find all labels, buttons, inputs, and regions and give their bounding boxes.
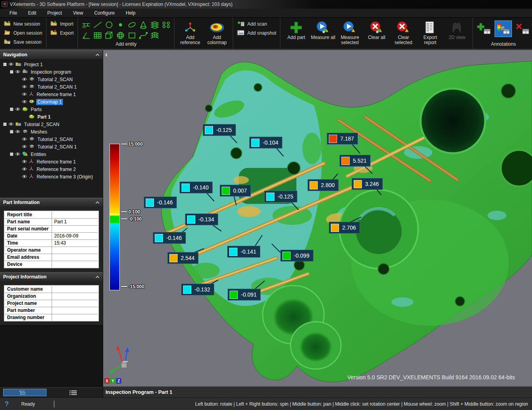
sidebar-collapse-icon[interactable]: ‹ <box>105 50 108 59</box>
new-session-button[interactable]: New session <box>2 19 44 28</box>
angle-entity-icon[interactable] <box>80 30 92 41</box>
visibility-eye-icon[interactable] <box>22 144 27 150</box>
tree-item-reference-frame-3-origin-[interactable]: Reference frame 3 (Origin) <box>0 173 103 180</box>
plane-stack-entity-icon[interactable] <box>149 19 160 30</box>
circle-pattern-entity-icon[interactable] <box>160 19 172 30</box>
visibility-eye-icon[interactable] <box>22 159 27 165</box>
menu-item-file[interactable]: File <box>4 9 22 17</box>
expander-icon[interactable]: − <box>10 152 13 156</box>
tree-item-tutorial-2-scan[interactable]: Tutorial 2_SCAN <box>0 135 103 143</box>
surface-entity-icon[interactable] <box>149 30 160 41</box>
expander-icon[interactable]: − <box>10 70 13 74</box>
field-value[interactable] <box>52 254 98 261</box>
tree-item-tutorial-2-scan[interactable]: −Tutorial 2_SCAN <box>0 121 103 128</box>
expander-icon[interactable]: − <box>3 122 7 126</box>
tree-item-inspection-program[interactable]: −Inspection program <box>0 68 103 76</box>
field-value[interactable] <box>52 225 98 232</box>
tree-item-reference-frame-2[interactable]: Reference frame 2 <box>0 165 103 173</box>
spline-entity-icon[interactable] <box>137 30 149 41</box>
measurement-annotation[interactable]: -0.132 <box>181 284 214 295</box>
visibility-eye-icon[interactable] <box>22 167 27 172</box>
axis-label-z[interactable]: Z <box>116 378 121 384</box>
measurement-annotation[interactable]: -0.134 <box>185 213 218 225</box>
grid-plane-entity-icon[interactable] <box>92 30 103 41</box>
export-report-button[interactable]: Export report <box>417 19 443 45</box>
visibility-eye-icon[interactable] <box>15 152 20 157</box>
field-value[interactable] <box>52 314 98 321</box>
visibility-eye-icon[interactable] <box>22 174 27 180</box>
tree-item-reference-frame-1[interactable]: Reference frame 1 <box>0 158 103 165</box>
measurement-annotation[interactable]: 2.706 <box>329 222 360 234</box>
sphere-entity-icon[interactable] <box>115 30 126 41</box>
expander-icon[interactable]: − <box>10 130 13 134</box>
visibility-eye-icon[interactable] <box>8 122 14 127</box>
menu-item-help[interactable]: Help <box>120 9 141 17</box>
part-information-header[interactable]: Part Information <box>0 198 103 207</box>
measurement-annotation[interactable]: 2.800 <box>308 179 339 191</box>
field-value[interactable]: 15:43 <box>52 239 98 247</box>
measurement-annotation[interactable]: -0.146 <box>144 197 177 208</box>
navigation-header[interactable]: Navigation <box>0 50 103 59</box>
colormap-annotation-button[interactable] <box>495 20 512 37</box>
add-annotation-button[interactable] <box>475 20 493 37</box>
3d-viewport[interactable]: ‹ 15.0000.100-0.100-15.000 -0.125-0.1047… <box>103 50 532 386</box>
visibility-eye-icon[interactable] <box>15 107 20 112</box>
ellipse-entity-icon[interactable] <box>126 19 137 30</box>
list-view-tab[interactable] <box>52 389 95 396</box>
colormap-scale-bar[interactable] <box>109 144 120 290</box>
clear-all-button[interactable]: Clear all <box>363 19 390 40</box>
line-entity-icon[interactable] <box>92 19 103 30</box>
measurement-annotation[interactable]: -0.141 <box>227 246 260 258</box>
grid-box-entity-icon[interactable] <box>103 30 115 41</box>
export-button[interactable]: Export <box>49 28 75 37</box>
point-entity-icon[interactable] <box>115 19 126 30</box>
field-value[interactable] <box>52 293 98 300</box>
open-session-button[interactable]: Open session <box>2 28 44 37</box>
tree-view-tab[interactable] <box>3 389 46 396</box>
clear-selected-button[interactable]: Clear selected <box>390 19 417 45</box>
measurement-annotation[interactable]: -0.125 <box>264 191 297 202</box>
field-value[interactable] <box>52 286 98 293</box>
field-value[interactable] <box>52 211 98 218</box>
help-icon[interactable]: ? <box>5 400 13 408</box>
measure-selected-button[interactable]: Measure selected <box>336 19 363 45</box>
add-colormap-button[interactable]: Add colormap <box>204 19 230 45</box>
2d-view-button[interactable]: 2D view <box>443 19 470 40</box>
field-value[interactable] <box>52 261 98 268</box>
measurement-annotation[interactable]: 2.544 <box>167 252 198 264</box>
add-part-button[interactable]: Add part <box>283 19 310 40</box>
visibility-eye-icon[interactable] <box>22 84 27 90</box>
collapse-chevron-icon[interactable] <box>95 52 100 58</box>
tree-item-entities[interactable]: −Entities <box>0 150 103 158</box>
tree-item-part-1[interactable]: Part 1 <box>0 113 103 121</box>
cone-entity-icon[interactable] <box>137 19 149 30</box>
measurement-annotation[interactable]: -0.099 <box>280 250 313 262</box>
visibility-eye-icon[interactable] <box>22 77 27 82</box>
menu-item-configure[interactable]: Configure <box>89 9 120 17</box>
visibility-eye-icon[interactable] <box>15 69 20 75</box>
menu-item-view[interactable]: View <box>67 9 89 17</box>
field-value[interactable]: Part 1 <box>52 218 98 225</box>
visibility-eye-icon[interactable] <box>15 129 20 135</box>
caliper-entity-icon[interactable] <box>80 19 92 30</box>
delete-annotation-button[interactable] <box>514 20 531 37</box>
field-value[interactable]: 2016-09-09 <box>52 232 98 239</box>
tree-item-tutorial-2-scan-1[interactable]: Tutorial 2_SCAN 1 <box>0 83 103 91</box>
add-snapshot-button[interactable]: Add snapshot <box>235 28 278 37</box>
measurement-annotation[interactable]: -0.091 <box>228 289 261 301</box>
collapse-chevron-icon[interactable] <box>95 274 100 280</box>
measure-all-button[interactable]: Measure all <box>310 19 336 40</box>
add-reference-button[interactable]: Add reference <box>177 19 204 45</box>
visibility-eye-icon[interactable] <box>22 99 27 105</box>
measurement-annotation[interactable]: 7.187 <box>327 133 358 145</box>
axis-label-x[interactable]: X <box>104 378 109 384</box>
menu-item-edit[interactable]: Edit <box>22 9 42 17</box>
visibility-eye-icon[interactable] <box>22 92 27 97</box>
measurement-annotation[interactable]: 5.521 <box>339 155 371 167</box>
measurement-annotation[interactable]: -0.125 <box>203 124 236 136</box>
field-value[interactable] <box>52 307 98 314</box>
menu-item-project[interactable]: Project <box>42 9 67 17</box>
import-button[interactable]: Import <box>49 19 75 28</box>
tree-item-project-1[interactable]: −Project 1 <box>0 61 103 68</box>
tree-item-meshes[interactable]: −Meshes <box>0 128 103 135</box>
